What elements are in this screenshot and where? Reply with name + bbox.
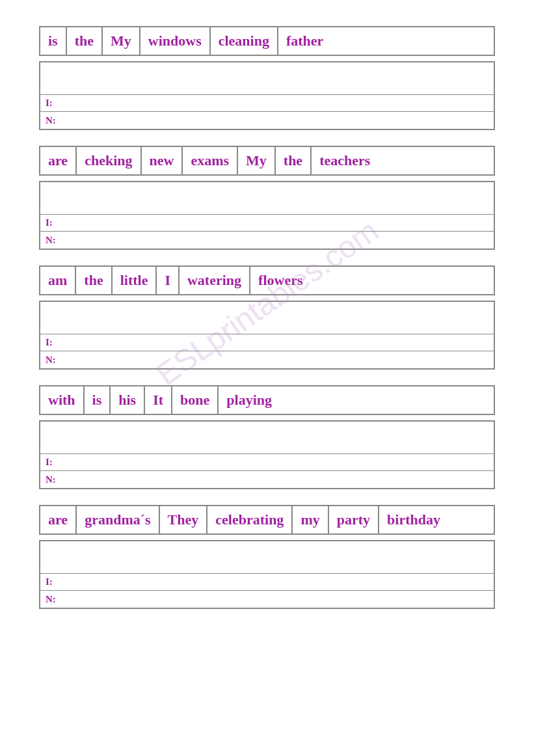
word-cell: They bbox=[160, 506, 208, 533]
n-label-row: N: bbox=[40, 351, 494, 368]
word-cell: the bbox=[67, 27, 103, 55]
word-cell: playing bbox=[219, 386, 280, 414]
n-label: N: bbox=[46, 474, 56, 485]
n-label-row: N: bbox=[40, 112, 494, 129]
word-cell: am bbox=[40, 267, 76, 294]
word-row-5: aregrandma´sTheycelebratingmypartybirthd… bbox=[39, 505, 495, 535]
n-label: N: bbox=[46, 235, 56, 246]
section-1: istheMywindowscleaningfatherI:N: bbox=[39, 26, 495, 130]
word-cell: little bbox=[113, 267, 157, 294]
word-cell: are bbox=[40, 506, 77, 533]
word-cell: is bbox=[85, 386, 111, 414]
word-row-3: amthelittleIwateringflowers bbox=[39, 265, 495, 295]
sections-container: istheMywindowscleaningfatherI:N:arecheki… bbox=[39, 26, 495, 609]
answer-area[interactable] bbox=[40, 302, 494, 334]
i-label-row: I: bbox=[40, 454, 494, 471]
word-cell: My bbox=[103, 27, 140, 55]
word-cell: new bbox=[142, 147, 183, 174]
word-cell: teachers bbox=[312, 147, 378, 174]
word-cell: with bbox=[40, 386, 85, 414]
word-cell: watering bbox=[180, 267, 250, 294]
word-row-4: withishisItboneplaying bbox=[39, 385, 495, 415]
answer-box-3: I:N: bbox=[39, 301, 495, 370]
n-label: N: bbox=[46, 115, 56, 126]
n-label-row: N: bbox=[40, 471, 494, 488]
i-label-row: I: bbox=[40, 334, 494, 351]
section-4: withishisItboneplayingI:N: bbox=[39, 385, 495, 489]
word-cell: grandma´s bbox=[77, 506, 159, 533]
answer-box-4: I:N: bbox=[39, 420, 495, 489]
word-cell: cleaning bbox=[211, 27, 278, 55]
section-2: arechekingnewexamsMytheteachersI:N: bbox=[39, 146, 495, 250]
i-label-row: I: bbox=[40, 95, 494, 112]
word-cell: party bbox=[329, 506, 379, 533]
i-label: I: bbox=[46, 217, 53, 228]
word-cell: my bbox=[293, 506, 328, 533]
section-3: amthelittleIwateringflowersI:N: bbox=[39, 265, 495, 370]
word-cell: bone bbox=[172, 386, 219, 414]
i-label: I: bbox=[46, 576, 53, 587]
n-label: N: bbox=[46, 355, 56, 366]
answer-area[interactable] bbox=[40, 422, 494, 454]
i-label: I: bbox=[46, 98, 53, 109]
n-label-row: N: bbox=[40, 591, 494, 608]
word-row-1: istheMywindowscleaningfather bbox=[39, 26, 495, 56]
answer-area[interactable] bbox=[40, 182, 494, 215]
i-label-row: I: bbox=[40, 574, 494, 591]
section-5: aregrandma´sTheycelebratingmypartybirthd… bbox=[39, 505, 495, 609]
word-cell: father bbox=[278, 27, 331, 55]
i-label: I: bbox=[46, 457, 53, 468]
word-cell: windows bbox=[140, 27, 211, 55]
word-cell: celebrating bbox=[207, 506, 293, 533]
i-label-row: I: bbox=[40, 215, 494, 232]
word-cell: My bbox=[238, 147, 276, 174]
word-cell: is bbox=[40, 27, 67, 55]
answer-area[interactable] bbox=[40, 541, 494, 574]
word-cell: birthday bbox=[379, 506, 448, 533]
n-label: N: bbox=[46, 594, 56, 605]
word-row-2: arechekingnewexamsMytheteachers bbox=[39, 146, 495, 176]
answer-box-1: I:N: bbox=[39, 61, 495, 130]
word-cell: the bbox=[276, 147, 312, 174]
i-label: I: bbox=[46, 337, 53, 348]
word-cell: cheking bbox=[77, 147, 141, 174]
word-cell: are bbox=[40, 147, 77, 174]
answer-area[interactable] bbox=[40, 62, 494, 95]
word-cell: his bbox=[111, 386, 145, 414]
word-cell: exams bbox=[183, 147, 238, 174]
word-cell: flowers bbox=[250, 267, 310, 294]
answer-box-5: I:N: bbox=[39, 540, 495, 609]
word-cell: It bbox=[145, 386, 172, 414]
word-cell: I bbox=[157, 267, 180, 294]
answer-box-2: I:N: bbox=[39, 181, 495, 250]
n-label-row: N: bbox=[40, 232, 494, 249]
word-cell: the bbox=[76, 267, 112, 294]
